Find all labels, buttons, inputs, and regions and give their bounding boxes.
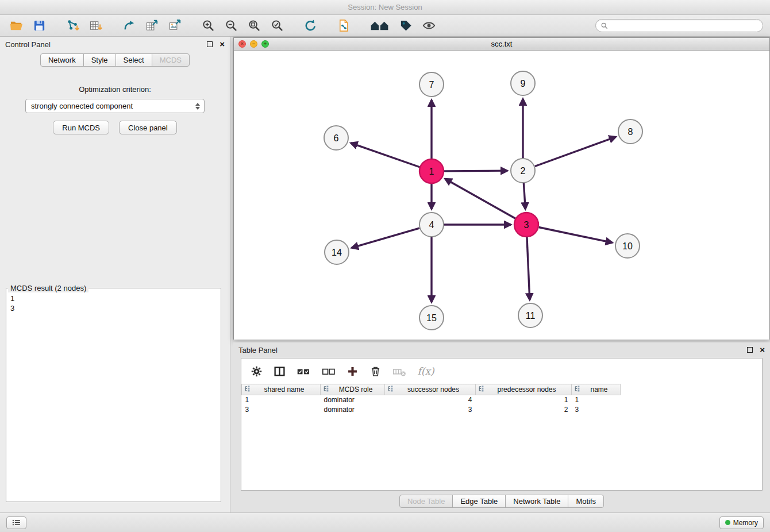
minimize-window-icon[interactable]: − — [250, 40, 257, 48]
network-window[interactable]: × − + scc.txt 7968124314101511 — [233, 37, 770, 340]
node-4[interactable]: 4 — [419, 213, 444, 237]
import-table-icon[interactable] — [86, 17, 105, 34]
control-panel: Control Panel × NetworkStyleSelectMCDS O… — [0, 37, 230, 512]
tab-edge-table[interactable]: Edge Table — [452, 495, 506, 508]
edge-1-6[interactable] — [351, 143, 419, 167]
table-settings-icon[interactable] — [251, 365, 263, 377]
svg-text:7: 7 — [429, 80, 434, 90]
svg-text:3: 3 — [524, 220, 529, 230]
table-row[interactable]: 3dominator323 — [242, 405, 621, 415]
memory-button-label: Memory — [733, 519, 758, 527]
float-panel-icon[interactable] — [207, 41, 213, 47]
network-window-title: scc.txt — [491, 40, 513, 48]
table-toolbar: f(x) — [241, 358, 762, 384]
node-2[interactable]: 2 — [511, 159, 535, 183]
tab-select[interactable]: Select — [116, 53, 152, 67]
refresh-view-icon[interactable] — [301, 17, 319, 34]
svg-text:2: 2 — [521, 166, 526, 176]
node-10[interactable]: 10 — [615, 234, 640, 258]
cell-MCDS-role: dominator — [321, 405, 385, 415]
close-panel-icon[interactable]: × — [220, 41, 225, 47]
search-icon — [601, 22, 608, 29]
new-network-icon[interactable] — [120, 17, 138, 34]
table-row[interactable]: 1dominator411 — [242, 395, 621, 405]
node-6[interactable]: 6 — [324, 126, 348, 150]
edge-1-2[interactable] — [444, 171, 507, 171]
float-table-panel-icon[interactable] — [747, 347, 753, 353]
style-tag-icon[interactable] — [396, 17, 415, 34]
mcds-result-text[interactable]: 1 3 — [6, 292, 221, 314]
select-all-columns-icon[interactable] — [297, 365, 311, 377]
open-session-icon[interactable] — [7, 17, 25, 34]
zoom-selected-icon[interactable] — [268, 17, 286, 34]
svg-text:8: 8 — [628, 127, 633, 137]
show-panels-button[interactable] — [6, 516, 26, 529]
mcds-result-label: MCDS result (2 nodes) — [8, 284, 88, 292]
network-desktop: × − + scc.txt 7968124314101511 Table Pan… — [230, 37, 770, 512]
zoom-out-icon[interactable] — [222, 17, 240, 34]
edge-3-10[interactable] — [539, 228, 613, 243]
svg-text:6: 6 — [334, 133, 339, 143]
list-icon — [12, 519, 21, 526]
unselect-all-columns-icon[interactable] — [322, 365, 336, 377]
node-11[interactable]: 11 — [518, 303, 542, 327]
column-header-label: shared name — [251, 385, 318, 394]
edge-2-8[interactable] — [535, 137, 616, 166]
edge-3-11[interactable] — [527, 237, 530, 300]
column-header-predecessor-nodes[interactable]: predecessor nodes — [476, 384, 572, 395]
search-box[interactable] — [595, 19, 763, 32]
attribute-type-icon — [323, 385, 329, 394]
tab-style[interactable]: Style — [83, 53, 116, 67]
main-toolbar — [0, 15, 770, 37]
network-window-titlebar[interactable]: × − + scc.txt — [234, 38, 769, 51]
svg-text:14: 14 — [332, 248, 342, 257]
column-header-label: successor nodes — [394, 385, 473, 394]
window-titlebar[interactable]: Session: New Session — [0, 0, 770, 15]
tab-motifs[interactable]: Motifs — [568, 495, 604, 508]
edge-3-1[interactable] — [445, 179, 515, 218]
node-9[interactable]: 9 — [511, 71, 535, 95]
memory-button[interactable]: Memory — [719, 516, 764, 529]
import-network-icon[interactable] — [63, 17, 82, 34]
node-15[interactable]: 15 — [419, 306, 444, 330]
node-3[interactable]: 3 — [514, 213, 538, 237]
tab-network[interactable]: Network — [40, 53, 84, 67]
delete-column-icon[interactable] — [369, 365, 382, 377]
close-table-panel-icon[interactable]: × — [760, 347, 765, 353]
column-header-shared-name[interactable]: shared name — [242, 384, 321, 395]
node-7[interactable]: 7 — [419, 72, 444, 97]
close-window-icon[interactable]: × — [238, 40, 246, 48]
zoom-fit-icon[interactable] — [245, 17, 263, 34]
node-8[interactable]: 8 — [618, 119, 642, 144]
toggle-visibility-icon[interactable] — [419, 17, 438, 34]
close-panel-button[interactable]: Close panel — [119, 121, 177, 134]
zoom-in-icon[interactable] — [199, 17, 217, 34]
node-14[interactable]: 14 — [325, 240, 349, 264]
node-1[interactable]: 1 — [419, 159, 444, 183]
save-session-icon[interactable] — [30, 17, 48, 34]
maximize-window-icon[interactable]: + — [261, 40, 269, 48]
export-table-icon[interactable] — [143, 17, 161, 34]
select-stepper-icon — [194, 103, 201, 110]
copy-document-icon[interactable] — [334, 17, 353, 34]
column-header-successor-nodes[interactable]: successor nodes — [385, 384, 476, 395]
column-header-MCDS-role[interactable]: MCDS role — [321, 384, 385, 395]
tab-network-table[interactable]: Network Table — [505, 495, 568, 508]
edge-4-14[interactable] — [352, 228, 419, 248]
run-mcds-button[interactable]: Run MCDS — [53, 121, 109, 134]
column-header-name[interactable]: name — [572, 384, 621, 395]
cell-predecessor-nodes: 2 — [476, 405, 572, 415]
split-view-icon[interactable] — [274, 365, 286, 377]
tab-mcds[interactable]: MCDS — [152, 53, 190, 67]
add-column-icon[interactable] — [346, 365, 359, 377]
home-icon[interactable] — [368, 17, 392, 34]
optimization-criterion-select[interactable]: strongly connected component — [25, 99, 205, 113]
network-canvas[interactable]: 7968124314101511 — [234, 51, 769, 340]
optimization-criterion-label: Optimization criterion: — [0, 85, 230, 94]
edge-2-3[interactable] — [523, 183, 525, 209]
export-image-icon[interactable] — [165, 17, 184, 34]
search-input[interactable] — [611, 22, 757, 30]
tab-node-table[interactable]: Node Table — [399, 495, 453, 508]
cell-shared-name: 1 — [242, 395, 321, 405]
attribute-type-icon — [478, 385, 484, 394]
